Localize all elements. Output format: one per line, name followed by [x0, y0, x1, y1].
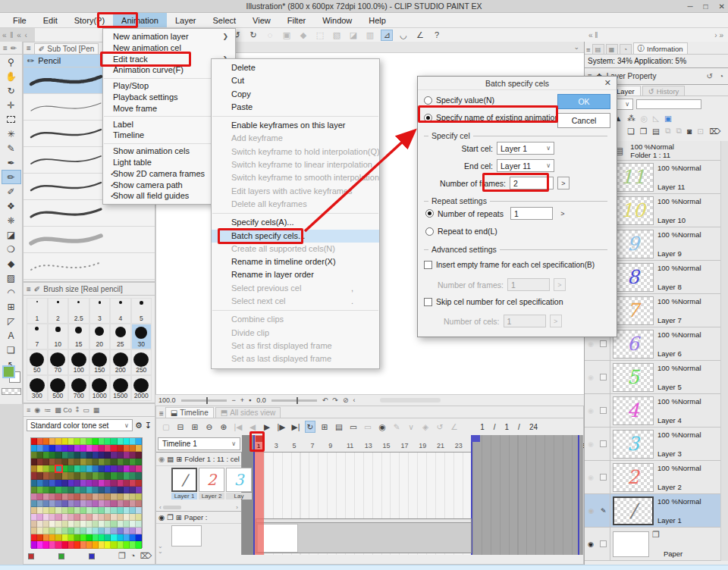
color-swatch[interactable] — [124, 514, 130, 521]
color-swatch[interactable] — [68, 459, 74, 465]
frames-spin-button[interactable]: > — [557, 177, 570, 189]
paper-clip-bar[interactable] — [256, 518, 472, 553]
color-swatch[interactable] — [49, 507, 55, 514]
selection-marquee-tool-icon[interactable] — [2, 112, 21, 127]
color-swatch[interactable] — [80, 514, 86, 521]
color-swatch[interactable] — [124, 534, 130, 541]
create-layer-mask-icon[interactable]: ◙ — [687, 127, 692, 136]
color-swatch[interactable] — [124, 521, 130, 528]
color-swatch[interactable] — [93, 541, 99, 548]
color-swatch[interactable] — [68, 541, 74, 548]
color-swatch[interactable] — [74, 438, 80, 445]
rotate-canvas-tool-icon[interactable]: ↻ — [2, 83, 21, 98]
color-swatch[interactable] — [37, 521, 43, 528]
color-swatch[interactable] — [124, 541, 130, 548]
radio-specify-existing[interactable]: Specify name of existing animation cel — [424, 113, 572, 122]
color-swatch[interactable] — [74, 472, 80, 479]
new-correction-layer-icon[interactable]: ❐ — [640, 127, 647, 136]
color-swatch[interactable] — [55, 521, 61, 528]
color-swatch[interactable] — [49, 541, 55, 548]
color-swatch[interactable] — [49, 445, 55, 452]
color-swatch[interactable] — [105, 487, 111, 493]
brush-size-1[interactable]: 1 — [27, 298, 48, 324]
color-swatch[interactable] — [86, 541, 93, 548]
brush-size-3[interactable]: 3 — [89, 298, 111, 324]
hand-tool-icon[interactable]: ✋ — [2, 69, 21, 83]
color-swatch[interactable] — [93, 459, 99, 465]
color-swatch[interactable] — [111, 452, 117, 459]
layer-color-icon[interactable]: ▣ — [664, 114, 672, 123]
brush-size-1500[interactable]: 1500 — [110, 375, 131, 401]
color-swatch[interactable] — [93, 514, 99, 521]
brush-size-700[interactable]: 700 — [68, 375, 89, 401]
color-swatch[interactable] — [37, 528, 43, 534]
checkbox-skip-cel-number[interactable]: Skip cel number for cel specification — [424, 297, 563, 306]
color-swatch[interactable] — [124, 528, 130, 534]
color-swatch[interactable] — [43, 487, 49, 493]
brush-size-50[interactable]: 50 — [27, 349, 48, 375]
color-swatch[interactable] — [93, 445, 99, 452]
color-swatch[interactable] — [111, 472, 117, 479]
color-swatch[interactable] — [31, 507, 37, 514]
color-swatch[interactable] — [130, 507, 136, 514]
paper-track-header[interactable]: ◉ ❐ ⊞ Paper : — [156, 511, 241, 524]
color-swatch[interactable] — [49, 514, 55, 521]
right-panel-collapse[interactable]: « ‖ › » — [584, 28, 728, 42]
color-swatch[interactable] — [62, 514, 68, 521]
color-swatch[interactable] — [111, 480, 117, 487]
fill-tool-icon[interactable]: ◆ — [2, 256, 21, 271]
color-swatch[interactable] — [136, 472, 142, 479]
start-cel-dropdown[interactable]: Layer 1∨ — [497, 142, 554, 155]
collapse-right-icon[interactable]: › » — [714, 31, 723, 39]
color-swatch[interactable] — [49, 528, 55, 534]
layer-row-layer-4[interactable]: ◉4100 %NormalLayer 4 — [585, 394, 721, 428]
frame-border-tool-icon[interactable]: ⊞ — [2, 299, 21, 314]
tab-information[interactable]: ⓘ Information — [633, 42, 688, 54]
new-timeline-icon[interactable]: ⊞ — [190, 421, 200, 433]
menu-item-copy[interactable]: Copy — [212, 88, 379, 101]
color-swatch[interactable] — [62, 438, 68, 445]
color-swatch[interactable] — [74, 500, 80, 507]
playhead[interactable]: 1 — [255, 435, 264, 555]
menu-select[interactable]: Select — [205, 13, 245, 27]
panel-menu-icon[interactable]: ≡ — [27, 406, 30, 414]
menu-storyp[interactable]: Story(P) — [66, 13, 113, 27]
color-swatch[interactable] — [136, 534, 142, 541]
color-swatch[interactable] — [111, 507, 117, 514]
color-swatch[interactable] — [124, 452, 130, 459]
color-swatch[interactable] — [68, 528, 74, 534]
menu-item-delete[interactable]: Delete — [212, 61, 379, 74]
color-swatch[interactable] — [80, 438, 86, 445]
color-swatch[interactable] — [105, 500, 111, 507]
color-swatch[interactable] — [31, 472, 37, 479]
color-swatch[interactable] — [43, 465, 49, 472]
registered-color-swatch[interactable] — [28, 553, 34, 559]
color-swatch[interactable] — [62, 487, 68, 493]
color-swatch[interactable] — [111, 493, 117, 500]
color-swatch[interactable] — [86, 452, 93, 459]
color-swatch[interactable] — [136, 521, 142, 528]
color-swatch[interactable] — [31, 438, 37, 445]
color-swatch[interactable] — [111, 438, 117, 445]
color-swatch[interactable] — [37, 541, 43, 548]
color-swatch[interactable] — [86, 534, 93, 541]
color-swatch[interactable] — [80, 459, 86, 465]
color-swatch[interactable] — [99, 534, 105, 541]
color-swatch[interactable] — [55, 514, 61, 521]
color-swatch[interactable] — [74, 493, 80, 500]
color-swatch[interactable] — [49, 459, 55, 465]
color-swatch[interactable] — [93, 534, 99, 541]
color-swatch[interactable] — [105, 480, 111, 487]
color-swatch[interactable] — [62, 541, 68, 548]
color-swatch[interactable] — [136, 459, 142, 465]
brush-size-150[interactable]: 150 — [89, 349, 111, 375]
frames-input[interactable]: 2 — [510, 177, 554, 189]
color-swatch[interactable] — [62, 445, 68, 452]
brush-tab-icon[interactable]: ✐ — [34, 285, 40, 293]
color-swatch[interactable] — [31, 465, 37, 472]
menu-item-cut[interactable]: Cut — [212, 74, 379, 87]
color-swatch[interactable] — [93, 487, 99, 493]
color-swatch[interactable] — [93, 452, 99, 459]
loop-play-icon[interactable]: ↻ — [305, 421, 315, 433]
color-swatch[interactable] — [37, 500, 43, 507]
